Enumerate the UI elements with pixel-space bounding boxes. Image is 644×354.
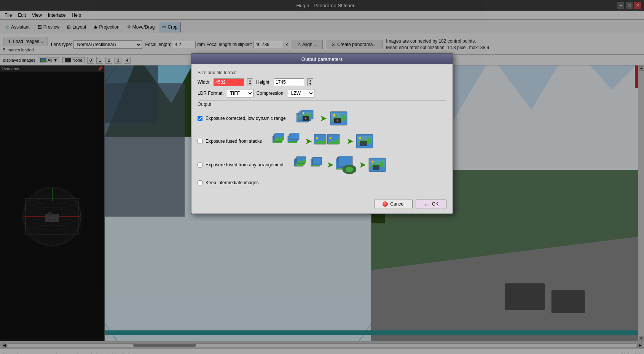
svg-rect-68	[290, 133, 299, 140]
keep-intermediate-row: Keep intermediate images	[198, 180, 446, 185]
output-section-label: Output	[198, 100, 446, 107]
height-spinner[interactable]: ▲ ▼	[307, 78, 313, 86]
keep-intermediate-label: Keep intermediate images	[206, 180, 258, 185]
height-label: Height:	[256, 80, 271, 85]
flow-arrow-3a: ➤	[327, 160, 333, 169]
middle-image-3	[336, 156, 357, 174]
compression-label: Compression:	[257, 91, 285, 96]
size-row: Width: ▲ ▼ Height: ▲ ▼	[198, 78, 446, 86]
ok-arrow-icon: ⇐	[424, 201, 430, 207]
input-stack-1	[296, 110, 318, 127]
dialog-footer: Cancel ⇐ OK	[191, 196, 453, 214]
svg-point-49	[305, 118, 306, 119]
svg-rect-90	[312, 157, 322, 165]
height-up-arrow[interactable]: ▲	[308, 79, 313, 82]
flow-arrow-1: ➤	[320, 114, 327, 123]
exposure-fused-any-checkbox[interactable]	[198, 163, 202, 167]
exposure-corrected-label: Exposure corrected, low dynamic range	[206, 116, 286, 121]
flow-arrow-2b: ➤	[347, 137, 353, 146]
compression-select[interactable]: LZW DEFLATE NONE	[288, 89, 314, 97]
cancel-button[interactable]: Cancel	[375, 199, 412, 209]
exposure-corrected-checkbox[interactable]	[198, 116, 202, 121]
exposure-fused-any-row: Exposure fused from any arrangement	[198, 156, 446, 174]
exposure-fused-stacks-checkbox[interactable]	[198, 139, 202, 144]
modal-overlay: Output parameters Size and file format W…	[0, 0, 644, 354]
ok-button[interactable]: ⇐ OK	[416, 199, 446, 209]
flow-arrow-2a: ➤	[305, 137, 312, 146]
width-down-arrow[interactable]: ▼	[247, 82, 253, 86]
svg-point-53	[333, 114, 335, 116]
exposure-fused-any-label: Exposure fused from any arrangement	[206, 162, 284, 167]
format-row: LDR Format: TIFF JPEG PNG Compression: L…	[198, 89, 446, 97]
height-down-arrow[interactable]: ▼	[308, 82, 313, 86]
exposure-fused-stacks-label: Exposure fused from stacks	[206, 139, 262, 144]
input-stacks-2	[273, 133, 303, 150]
flow-arrow-3b: ➤	[359, 160, 366, 169]
width-label: Width:	[198, 80, 210, 85]
svg-point-78	[359, 137, 361, 139]
exposure-corrected-row: Exposure corrected, low dynamic range	[198, 110, 446, 127]
ldr-format-label: LDR Format:	[198, 91, 224, 96]
svg-point-46	[302, 112, 304, 114]
middle-image-2	[314, 133, 344, 150]
exposure-corrected-flow: ➤	[296, 110, 349, 127]
exposure-fused-any-flow: ➤ ➤	[294, 156, 388, 174]
input-stacks-3	[294, 156, 325, 173]
size-section-label: Size and file format	[198, 69, 446, 75]
svg-rect-102	[373, 165, 379, 170]
exposure-fused-stacks-flow: ➤ ➤	[273, 133, 375, 150]
ldr-format-select[interactable]: TIFF JPEG PNG	[227, 89, 253, 97]
width-spinner[interactable]: ▲ ▼	[247, 78, 253, 86]
exposure-fused-stacks-row: Exposure fused from stacks	[198, 133, 446, 150]
svg-point-71	[316, 137, 318, 139]
output-parameters-dialog: Output parameters Size and file format W…	[191, 53, 453, 214]
output-image-2	[355, 133, 375, 150]
svg-point-101	[371, 161, 373, 163]
width-input[interactable]	[214, 78, 244, 86]
dialog-body: Size and file format Width: ▲ ▼ Height: …	[191, 64, 453, 196]
svg-rect-95	[339, 156, 352, 166]
width-up-arrow[interactable]: ▲	[247, 79, 253, 82]
svg-point-97	[346, 167, 353, 172]
cancel-dot-icon	[383, 201, 388, 207]
keep-intermediate-checkbox[interactable]	[198, 180, 202, 185]
svg-rect-79	[360, 141, 367, 146]
output-image-1	[329, 110, 349, 127]
svg-point-56	[337, 120, 338, 121]
height-input[interactable]	[274, 78, 304, 86]
output-image-3	[368, 156, 388, 173]
svg-point-74	[330, 137, 332, 139]
dialog-title: Output parameters	[191, 54, 453, 64]
